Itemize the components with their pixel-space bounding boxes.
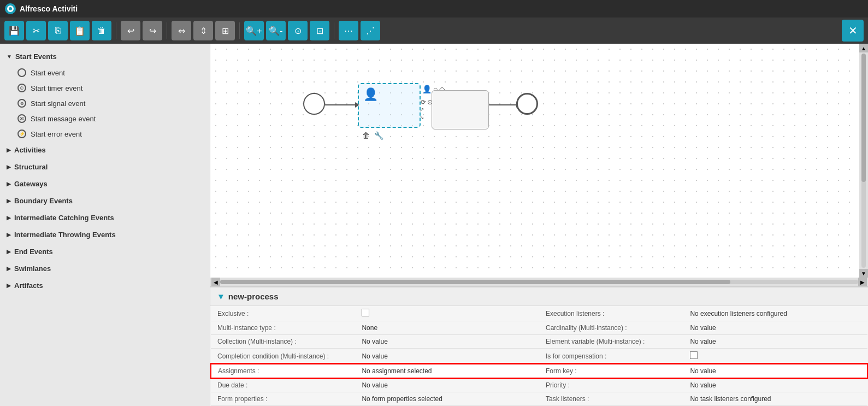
zoom-fit-button[interactable]: ⊙ (288, 21, 308, 40)
priority-value: No value (683, 378, 867, 392)
collection-value: No value (355, 335, 539, 349)
sidebar-section-gateways[interactable]: ▶ Gateways (0, 175, 210, 192)
start-timer-label: Start timer event (31, 84, 82, 92)
arrow-structural-icon: ▶ (7, 164, 11, 170)
arrow-activities-icon: ▶ (7, 147, 11, 153)
arrow-boundary-icon: ▶ (7, 198, 11, 204)
multi-type-label: Multi-instance type : (211, 321, 355, 335)
sidebar-item-start-timer[interactable]: ⊙ Start timer event (0, 80, 210, 96)
exclusive-label: Exclusive : (211, 306, 355, 321)
section-label-boundary-events: Boundary Events (14, 197, 73, 205)
user-task-shape[interactable]: 👤 (358, 83, 421, 128)
right-panel: 👤 👤 ○ ◇ ⟳ ⊙ ⊢ ↗ ↘ (210, 44, 868, 406)
section-label-activities: Activities (14, 146, 46, 154)
arrow-swimlanes-icon: ▶ (7, 266, 11, 272)
cut-button[interactable]: ✂ (26, 21, 46, 40)
move-button[interactable]: ⊞ (215, 21, 235, 40)
scroll-left-button[interactable]: ◀ (211, 278, 220, 286)
section-label-intermediate-throwing: Intermediate Throwing Events (14, 231, 116, 239)
person-icon[interactable]: 👤 (422, 85, 432, 93)
sidebar-section-start-events[interactable]: ▼ Start Events (0, 48, 210, 65)
zoom-in-button[interactable]: 🔍+ (244, 21, 264, 40)
properties-table: Exclusive : Execution listeners : No exe… (210, 306, 868, 406)
zoom-out-button[interactable]: 🔍- (266, 21, 286, 40)
task-listeners-label: Task listeners : (539, 392, 683, 406)
cardinality-value: No value (683, 321, 867, 335)
section-label-end-events: End Events (14, 248, 53, 256)
sidebar-section-boundary-events[interactable]: ▶ Boundary Events (0, 192, 210, 209)
delete-button[interactable]: 🗑 (92, 21, 111, 40)
logo-text: Alfresco Activiti (20, 4, 78, 13)
exec-listeners-value: No execution listeners configured (683, 306, 867, 321)
sidebar-section-end-events[interactable]: ▶ End Events (0, 243, 210, 260)
canvas[interactable]: 👤 👤 ○ ◇ ⟳ ⊙ ⊢ ↗ ↘ (210, 44, 859, 278)
section-label-structural: Structural (14, 163, 48, 171)
section-label-intermediate-catching: Intermediate Catching Events (14, 214, 114, 222)
start-event-label: Start event (31, 69, 65, 77)
connect2-button[interactable]: ⋰ (361, 21, 380, 40)
start-event-icon (17, 68, 26, 77)
props-row-collection: Collection (Multi-instance) : No value E… (211, 335, 867, 349)
form-key-value: No value (683, 364, 867, 378)
start-events-items: Start event ⊙ Start timer event ⊛ Start … (0, 65, 210, 142)
element-tools: 🗑 🔧 (362, 131, 383, 140)
sidebar-item-start-error[interactable]: ⚡ Start error event (0, 126, 210, 142)
sidebar-section-intermediate-catching[interactable]: ▶ Intermediate Catching Events (0, 209, 210, 226)
toolbar-sep-1 (116, 22, 116, 39)
redo-button[interactable]: ↪ (143, 21, 162, 40)
toolbar-sep-2 (167, 22, 167, 39)
toolbar-sep-4 (334, 22, 334, 39)
sidebar-item-start-event[interactable]: Start event (0, 65, 210, 80)
horizontal-scrollbar[interactable]: ◀ ▶ (210, 278, 868, 286)
start-error-icon: ⚡ (17, 130, 26, 138)
scroll-up-button[interactable]: ▲ (859, 44, 868, 52)
start-event-shape[interactable] (303, 93, 325, 115)
priority-label: Priority : (539, 378, 683, 392)
hscroll-track (220, 280, 858, 284)
start-timer-icon: ⊙ (17, 84, 26, 92)
paste-button[interactable]: 📋 (70, 21, 90, 40)
element-var-value: No value (683, 335, 867, 349)
sidebar-section-activities[interactable]: ▶ Activities (0, 142, 210, 158)
toolbar: 💾 ✂ ⎘ 📋 🗑 ↩ ↪ ⇔ ⇕ ⊞ 🔍+ 🔍- ⊙ ⊡ ⋯ ⋰ ✕ (0, 17, 868, 44)
sidebar-item-start-message[interactable]: ✉ Start message event (0, 111, 210, 126)
copy-button[interactable]: ⎘ (48, 21, 68, 40)
section-label-artifacts: Artifacts (14, 281, 43, 290)
task-listeners-value: No task listeners configured (683, 392, 867, 406)
sub-task-shape[interactable] (432, 90, 489, 130)
close-button[interactable]: ✕ (842, 20, 864, 42)
compensation-checkbox[interactable] (690, 351, 698, 359)
sidebar-section-artifacts[interactable]: ▶ Artifacts (0, 277, 210, 294)
collection-label: Collection (Multi-instance) : (211, 335, 355, 349)
connect-button[interactable]: ⋯ (339, 21, 358, 40)
sidebar-section-structural[interactable]: ▶ Structural (0, 158, 210, 175)
wrench-icon[interactable]: 🔧 (374, 131, 383, 140)
scroll-right-button[interactable]: ▶ (858, 278, 867, 286)
exclusive-checkbox[interactable] (362, 309, 369, 316)
undo-button[interactable]: ↩ (121, 21, 140, 40)
alfresco-logo-icon (4, 3, 16, 15)
svg-point-2 (9, 7, 12, 10)
save-button[interactable]: 💾 (4, 21, 24, 40)
align-v-button[interactable]: ⇕ (193, 21, 213, 40)
section-label-start-events: Start Events (15, 52, 57, 61)
top-bar: Alfresco Activiti (0, 0, 868, 17)
arrow-icon: ▼ (7, 54, 12, 60)
sidebar-section-intermediate-throwing[interactable]: ▶ Intermediate Throwing Events (0, 226, 210, 243)
align-h-button[interactable]: ⇔ (172, 21, 191, 40)
sidebar-item-start-signal[interactable]: ⊛ Start signal event (0, 96, 210, 111)
props-process-name: new-process (228, 292, 279, 301)
zoom-page-button[interactable]: ⊡ (310, 21, 329, 40)
vertical-scrollbar[interactable]: ▲ ▼ (859, 44, 868, 278)
sidebar-section-swimlanes[interactable]: ▶ Swimlanes (0, 260, 210, 277)
sync-icon[interactable]: ⟳ (421, 98, 426, 106)
completion-value: No value (355, 349, 539, 364)
delete-element-icon[interactable]: 🗑 (362, 131, 370, 140)
start-signal-icon: ⊛ (17, 99, 26, 108)
props-row-completion: Completion condition (Multi-instance) : … (211, 349, 867, 364)
scroll-down-button[interactable]: ▼ (859, 269, 868, 278)
arrow-int-throwing-icon: ▶ (7, 232, 11, 238)
toolbar-sep-3 (239, 22, 240, 39)
end-event-shape[interactable] (516, 93, 538, 115)
section-label-swimlanes: Swimlanes (14, 264, 51, 273)
